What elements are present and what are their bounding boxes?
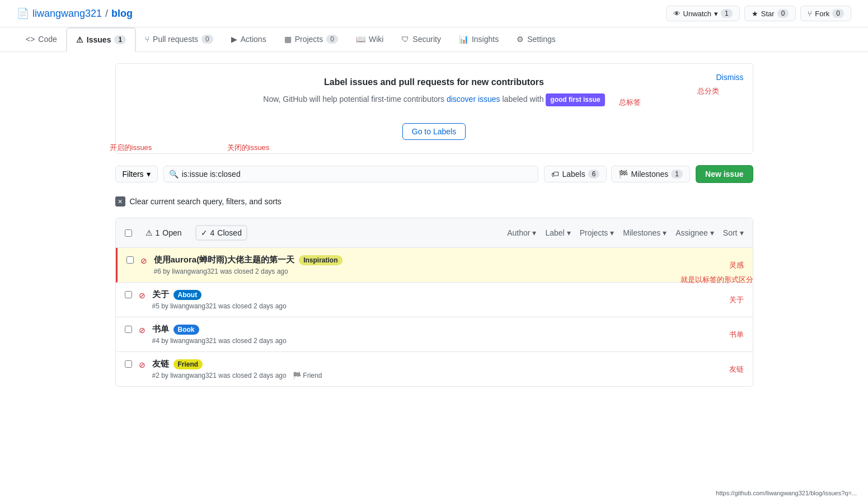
- tab-projects[interactable]: ▦ Projects 0: [275, 27, 347, 52]
- actions-icon: ▶: [231, 35, 237, 44]
- issue-1-number: #6: [154, 268, 161, 275]
- check-icon: ✓: [201, 228, 208, 237]
- tab-issues[interactable]: ⚠ Issues 1: [66, 27, 136, 52]
- projects-dropdown-label: Projects: [580, 228, 608, 237]
- issue-3-checkbox[interactable]: [125, 326, 132, 333]
- bottom-annotation-area: 就是以标签的形式区分: [115, 387, 753, 398]
- issue-2-title: 关于 About: [152, 289, 655, 300]
- issue-2-author[interactable]: liwangwang321: [170, 302, 217, 310]
- clear-filters-bar[interactable]: ✕ Clear current search query, filters, a…: [115, 191, 753, 212]
- ann-open-issues: 开启的issues: [110, 143, 152, 153]
- author-dropdown[interactable]: Author ▾: [507, 228, 536, 237]
- label-tag-icon: 🏷: [551, 170, 559, 179]
- star-button[interactable]: ★ Star 0: [744, 6, 796, 21]
- ann-label-form: 就是以标签的形式区分: [681, 275, 753, 285]
- assignee-chevron-icon: ▾: [710, 228, 714, 237]
- label-dropdown[interactable]: Label ▾: [545, 228, 570, 237]
- issue-4-label-badge: Friend: [173, 359, 203, 369]
- tab-code-label: Code: [38, 35, 57, 44]
- tab-pull-requests[interactable]: ⑂ Pull requests 0: [136, 27, 222, 52]
- tab-actions-label: Actions: [241, 35, 266, 44]
- labels-milestones-bar: 🏷 Labels 6 🏁 Milestones 1: [544, 166, 690, 182]
- issue-1-title-link[interactable]: 使用aurora(蝉时雨)大佬主题的第一天: [154, 255, 295, 265]
- author-chevron-icon: ▾: [532, 228, 536, 237]
- projects-icon: ▦: [284, 35, 292, 44]
- closed-issues-button[interactable]: ✓ 4 Closed: [195, 225, 247, 241]
- milestones-dropdown[interactable]: Milestones ▾: [623, 228, 667, 237]
- issue-1-author[interactable]: liwangwang321: [172, 268, 218, 275]
- filters-dropdown[interactable]: Filters ▾: [115, 166, 158, 182]
- promo-description: Now, GitHub will help potential first-ti…: [129, 93, 739, 106]
- tab-security-label: Security: [412, 35, 441, 44]
- assignee-dropdown[interactable]: Assignee ▾: [675, 228, 714, 237]
- sort-dropdown[interactable]: Sort ▾: [723, 228, 744, 237]
- tab-security[interactable]: 🛡 Security: [392, 27, 450, 52]
- issue-4-milestone: 🏁 Friend: [293, 372, 322, 379]
- tab-wiki-label: Wiki: [369, 35, 383, 44]
- issue-2-label-badge: About: [173, 290, 202, 300]
- closed-label: Closed: [217, 228, 242, 237]
- issue-4-checkbox[interactable]: [125, 360, 132, 368]
- tab-settings-label: Settings: [527, 35, 556, 44]
- fork-icon: ⑂: [808, 10, 812, 18]
- issue-3-content: 书单 Book #4 by liwangwang321 was closed 2…: [152, 324, 655, 345]
- issue-1-closed-icon: ⊘: [140, 256, 147, 265]
- dismiss-link[interactable]: Dismiss: [716, 73, 744, 82]
- issue-4-content: 友链 Friend #2 by liwangwang321 was closed…: [152, 359, 655, 379]
- issue-row-4: ⊘ 友链 Friend #2 by liwangwang321 was clos…: [116, 352, 753, 386]
- label-dropdown-label: Label: [545, 228, 564, 237]
- issue-4-title-link[interactable]: 友链: [152, 359, 169, 369]
- issues-header-left: ⚠ 1 Open ✓ 4 Closed: [125, 225, 247, 241]
- issue-2-closed-icon: ⊘: [139, 291, 146, 300]
- filter-area: 开启的issues 关闭的issues Filters ▾ 🔍 🏷 Labels: [115, 165, 753, 183]
- unwatch-label: Unwatch: [683, 10, 712, 18]
- tab-code[interactable]: <> Code: [17, 27, 66, 52]
- repo-actions: 👁 Unwatch ▾ 1 ★ Star 0 ⑂ Fork 0: [666, 6, 851, 21]
- issue-3-author[interactable]: liwangwang321: [170, 337, 217, 345]
- tab-actions[interactable]: ▶ Actions: [222, 27, 275, 52]
- search-input[interactable]: [163, 166, 539, 182]
- main-content: Dismiss Label issues and pull requests f…: [98, 52, 770, 409]
- unwatch-count: 1: [721, 9, 733, 18]
- issue-4-number: #2: [152, 372, 159, 379]
- open-issues-button[interactable]: ⚠ 1 Open: [141, 226, 186, 240]
- labels-button[interactable]: 🏷 Labels 6: [544, 166, 607, 182]
- issue-3-title-link[interactable]: 书单: [152, 324, 169, 335]
- star-icon: ★: [752, 10, 758, 18]
- tab-insights[interactable]: 📊 Insights: [450, 27, 508, 52]
- ann-book: 书单: [729, 330, 744, 340]
- annotation-total-categories: 总分类: [697, 86, 719, 96]
- issue-1-meta: #6 by liwangwang321 was closed 2 days ag…: [154, 268, 667, 275]
- promo-title: Label issues and pull requests for new c…: [129, 77, 739, 87]
- issue-2-title-link[interactable]: 关于: [152, 289, 169, 300]
- issue-2-time: 2 days ago: [254, 302, 287, 310]
- goto-labels-button[interactable]: Go to Labels: [402, 123, 466, 140]
- tab-settings[interactable]: ⚙ Settings: [508, 27, 565, 52]
- ann-friend: 友链: [729, 364, 744, 374]
- select-all-checkbox[interactable]: [125, 229, 132, 237]
- projects-dropdown[interactable]: Projects ▾: [580, 228, 614, 237]
- issue-2-checkbox[interactable]: [125, 291, 132, 298]
- issue-2-content: 关于 About #5 by liwangwang321 was closed …: [152, 289, 655, 310]
- closed-count: 4: [210, 228, 215, 237]
- open-count: 1: [156, 228, 160, 237]
- issue-1-time: 2 days ago: [255, 268, 288, 275]
- issue-4-author[interactable]: liwangwang321: [170, 372, 217, 379]
- search-container: 🔍: [163, 166, 539, 182]
- repo-link[interactable]: blog: [111, 8, 133, 20]
- fork-button[interactable]: ⑂ Fork 0: [800, 6, 851, 21]
- issues-header-right: Author ▾ Label ▾ Projects ▾ Milestones ▾: [507, 228, 743, 237]
- issue-1-title: 使用aurora(蝉时雨)大佬主题的第一天 Inspiration: [154, 255, 667, 265]
- milestones-button[interactable]: 🏁 Milestones 1: [611, 166, 690, 182]
- milestones-dropdown-label: Milestones: [623, 228, 660, 237]
- unwatch-button[interactable]: 👁 Unwatch ▾ 1: [666, 6, 740, 21]
- fork-label: Fork: [815, 10, 829, 18]
- discover-issues-link[interactable]: discover issues: [447, 95, 500, 104]
- new-issue-button[interactable]: New issue: [696, 165, 753, 183]
- issue-1-checkbox[interactable]: [126, 256, 134, 264]
- owner-link[interactable]: liwangwang321: [32, 8, 102, 20]
- label-chevron-icon: ▾: [567, 228, 571, 237]
- security-icon: 🛡: [401, 35, 409, 44]
- tab-wiki[interactable]: 📖 Wiki: [347, 27, 392, 52]
- issue-row-1: ⊘ 使用aurora(蝉时雨)大佬主题的第一天 Inspiration #6 b…: [116, 248, 753, 283]
